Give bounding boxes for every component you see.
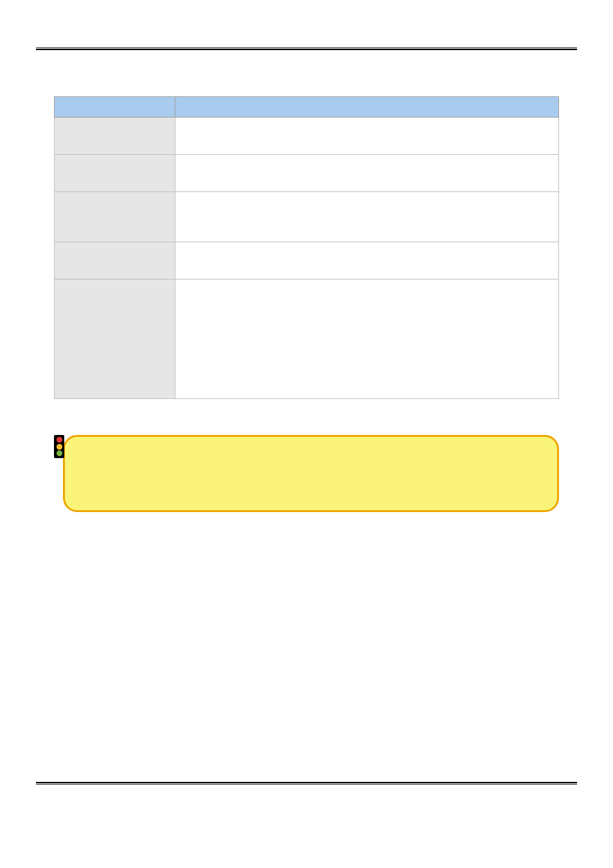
table-header-description bbox=[175, 97, 559, 118]
note-callout bbox=[54, 435, 559, 512]
table-cell-desc bbox=[175, 118, 559, 155]
table-row bbox=[55, 118, 559, 155]
table-cell-desc bbox=[175, 192, 559, 242]
table-row bbox=[55, 192, 559, 242]
spec-table bbox=[54, 96, 559, 399]
note-callout-box bbox=[63, 435, 559, 512]
table-cell-desc bbox=[175, 279, 559, 399]
table-cell-desc bbox=[175, 155, 559, 192]
spec-table-wrapper bbox=[54, 96, 559, 399]
table-cell-name bbox=[55, 242, 175, 279]
table-cell-name bbox=[55, 192, 175, 242]
page bbox=[0, 0, 613, 868]
traffic-light-amber-icon bbox=[57, 444, 62, 450]
traffic-light-icon bbox=[54, 435, 64, 458]
table-cell-desc bbox=[175, 242, 559, 279]
traffic-light-green-icon bbox=[57, 450, 62, 456]
table-header-item bbox=[55, 97, 175, 118]
table-row bbox=[55, 279, 559, 399]
table-cell-name bbox=[55, 118, 175, 155]
table-header-row bbox=[55, 97, 559, 118]
footer-rule bbox=[36, 782, 577, 784]
table-cell-name bbox=[55, 155, 175, 192]
table-row bbox=[55, 242, 559, 279]
table-cell-name bbox=[55, 279, 175, 399]
table-row bbox=[55, 155, 559, 192]
traffic-light-red-icon bbox=[57, 437, 62, 443]
header-rule bbox=[36, 48, 577, 50]
